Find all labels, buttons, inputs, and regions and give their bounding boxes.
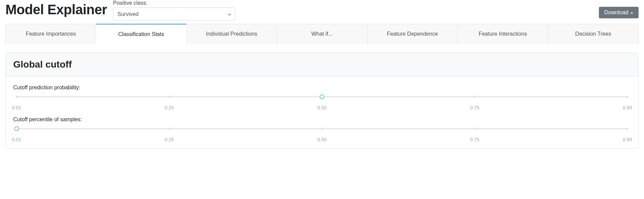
tab-feature-dependence[interactable]: Feature Dependence xyxy=(367,24,458,44)
slider-container: 0.010.250.500.750.99 xyxy=(13,128,631,139)
slider-ticks: 0.010.250.500.750.99 xyxy=(17,133,627,139)
slider-tick-label: 0.25 xyxy=(165,105,174,110)
tab-feature-importances[interactable]: Feature Importances xyxy=(5,24,96,44)
tab-individual-predictions[interactable]: Individual Predictions xyxy=(187,24,277,44)
download-button[interactable]: Download xyxy=(599,7,639,18)
slider-tick-label: 0.01 xyxy=(12,105,21,110)
slider-tick-label: 0.01 xyxy=(12,137,21,142)
tabs-container: Feature ImportancesClassification StatsI… xyxy=(5,24,639,44)
card-title: Global cutoff xyxy=(13,59,631,70)
slider-mark xyxy=(626,96,628,98)
slider-mark xyxy=(16,96,18,98)
slider-label: Cutoff prediction probability: xyxy=(13,85,631,91)
slider-tick-label: 0.50 xyxy=(317,105,326,110)
slider-tick-label: 0.99 xyxy=(623,137,632,142)
tab-what-if[interactable]: What if... xyxy=(277,24,367,44)
slider-label: Cutoff percentile of samples: xyxy=(13,116,631,123)
card-body: Cutoff prediction probability:0.010.250.… xyxy=(6,76,638,148)
slider-group: Cutoff percentile of samples:0.010.250.5… xyxy=(13,116,631,139)
slider-handle[interactable] xyxy=(320,94,324,99)
positive-class-label: Positive class: xyxy=(113,0,235,6)
download-button-label: Download xyxy=(604,10,628,16)
slider-rail[interactable] xyxy=(17,96,627,97)
slider-tick-label: 0.75 xyxy=(470,105,479,110)
tab-classification-stats[interactable]: Classification Stats xyxy=(96,24,186,44)
slider-mark xyxy=(626,128,628,130)
tab-feature-interactions[interactable]: Feature Interactions xyxy=(458,24,548,44)
slider-tick-label: 0.75 xyxy=(470,137,479,142)
tab-decision-trees[interactable]: Decision Trees xyxy=(548,24,639,44)
positive-class-select[interactable]: Survived xyxy=(113,7,235,20)
slider-container: 0.010.250.500.750.99 xyxy=(13,96,631,107)
slider-ticks: 0.010.250.500.750.99 xyxy=(17,101,627,107)
card-header: Global cutoff xyxy=(6,53,638,76)
slider-group: Cutoff prediction probability:0.010.250.… xyxy=(13,85,631,107)
caret-down-icon xyxy=(630,10,633,16)
page-title: Model Explainer xyxy=(5,1,107,18)
slider-mark xyxy=(474,96,476,98)
slider-tick-label: 0.25 xyxy=(165,137,174,142)
slider-tick-label: 0.99 xyxy=(623,105,632,110)
global-cutoff-card: Global cutoff Cutoff prediction probabil… xyxy=(5,53,639,149)
slider-mark xyxy=(168,96,170,98)
slider-rail[interactable] xyxy=(17,128,627,129)
slider-handle[interactable] xyxy=(14,126,19,131)
slider-mark xyxy=(474,128,476,130)
slider-mark xyxy=(168,128,170,130)
slider-tick-label: 0.50 xyxy=(317,137,326,142)
slider-mark xyxy=(321,128,323,130)
